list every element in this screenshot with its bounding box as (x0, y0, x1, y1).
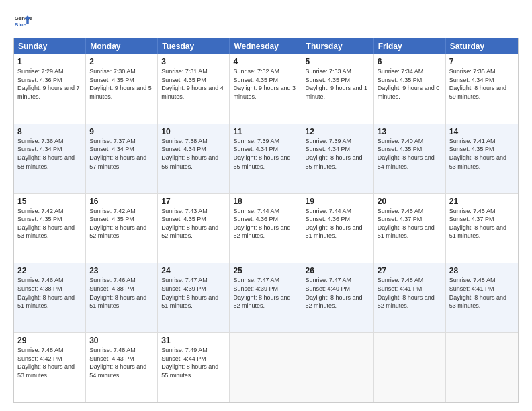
day-number: 16 (89, 197, 154, 206)
day-cell-28: 28Sunrise: 7:48 AM Sunset: 4:41 PM Dayli… (446, 263, 518, 332)
cell-info: Sunrise: 7:35 AM Sunset: 4:34 PM Dayligh… (449, 67, 515, 101)
week-row-2: 8Sunrise: 7:36 AM Sunset: 4:34 PM Daylig… (14, 124, 518, 194)
day-cell-11: 11Sunrise: 7:39 AM Sunset: 4:34 PM Dayli… (230, 124, 302, 193)
cell-info: Sunrise: 7:47 AM Sunset: 4:39 PM Dayligh… (161, 276, 226, 310)
day-number: 1 (17, 57, 82, 66)
cell-info: Sunrise: 7:34 AM Sunset: 4:35 PM Dayligh… (378, 67, 442, 101)
logo-icon: General Blue (13, 12, 32, 31)
day-number: 5 (306, 57, 370, 66)
day-number: 24 (161, 266, 226, 275)
day-number: 31 (161, 336, 226, 345)
cell-info: Sunrise: 7:45 AM Sunset: 4:37 PM Dayligh… (449, 207, 515, 240)
day-cell-31: 31Sunrise: 7:49 AM Sunset: 4:44 PM Dayli… (158, 333, 230, 402)
cell-info: Sunrise: 7:32 AM Sunset: 4:35 PM Dayligh… (233, 67, 298, 101)
day-cell-2: 2Sunrise: 7:30 AM Sunset: 4:35 PM Daylig… (86, 54, 158, 124)
day-cell-3: 3Sunrise: 7:31 AM Sunset: 4:35 PM Daylig… (158, 54, 230, 124)
day-cell-5: 5Sunrise: 7:33 AM Sunset: 4:35 PM Daylig… (302, 54, 374, 124)
day-cell-6: 6Sunrise: 7:34 AM Sunset: 4:35 PM Daylig… (374, 54, 446, 124)
cell-info: Sunrise: 7:45 AM Sunset: 4:37 PM Dayligh… (378, 207, 442, 240)
empty-cell (446, 333, 518, 402)
day-cell-14: 14Sunrise: 7:41 AM Sunset: 4:35 PM Dayli… (446, 124, 518, 193)
cell-info: Sunrise: 7:41 AM Sunset: 4:35 PM Dayligh… (449, 137, 515, 171)
cell-info: Sunrise: 7:29 AM Sunset: 4:36 PM Dayligh… (17, 67, 82, 101)
week-row-3: 15Sunrise: 7:42 AM Sunset: 4:35 PM Dayli… (14, 194, 518, 264)
cell-info: Sunrise: 7:48 AM Sunset: 4:41 PM Dayligh… (378, 276, 442, 310)
day-cell-30: 30Sunrise: 7:48 AM Sunset: 4:43 PM Dayli… (86, 333, 158, 402)
page: General Blue SundayMondayTuesdayWednesda… (0, 0, 532, 411)
day-cell-13: 13Sunrise: 7:40 AM Sunset: 4:35 PM Dayli… (374, 124, 446, 193)
header-day-wednesday: Wednesday (230, 38, 302, 54)
cell-info: Sunrise: 7:33 AM Sunset: 4:35 PM Dayligh… (306, 67, 370, 101)
day-cell-9: 9Sunrise: 7:37 AM Sunset: 4:34 PM Daylig… (86, 124, 158, 193)
day-number: 15 (17, 197, 82, 206)
day-number: 13 (378, 127, 442, 136)
cell-info: Sunrise: 7:42 AM Sunset: 4:35 PM Dayligh… (89, 207, 154, 240)
header-day-friday: Friday (374, 38, 446, 54)
cell-info: Sunrise: 7:48 AM Sunset: 4:43 PM Dayligh… (89, 346, 154, 379)
day-cell-12: 12Sunrise: 7:39 AM Sunset: 4:34 PM Dayli… (302, 124, 374, 193)
calendar-header-row: SundayMondayTuesdayWednesdayThursdayFrid… (14, 38, 518, 54)
day-cell-19: 19Sunrise: 7:44 AM Sunset: 4:36 PM Dayli… (302, 194, 374, 263)
day-cell-15: 15Sunrise: 7:42 AM Sunset: 4:35 PM Dayli… (14, 194, 86, 263)
day-number: 29 (17, 336, 82, 345)
day-number: 12 (306, 127, 370, 136)
day-number: 21 (449, 197, 515, 206)
day-number: 4 (233, 57, 298, 66)
cell-info: Sunrise: 7:39 AM Sunset: 4:34 PM Dayligh… (233, 137, 298, 171)
day-number: 3 (161, 57, 226, 66)
day-number: 18 (233, 197, 298, 206)
week-row-5: 29Sunrise: 7:48 AM Sunset: 4:42 PM Dayli… (14, 333, 518, 402)
day-cell-22: 22Sunrise: 7:46 AM Sunset: 4:38 PM Dayli… (14, 263, 86, 332)
cell-info: Sunrise: 7:40 AM Sunset: 4:35 PM Dayligh… (378, 137, 442, 171)
day-number: 27 (378, 266, 442, 275)
day-cell-29: 29Sunrise: 7:48 AM Sunset: 4:42 PM Dayli… (14, 333, 86, 402)
empty-cell (302, 333, 374, 402)
day-number: 20 (378, 197, 442, 206)
cell-info: Sunrise: 7:49 AM Sunset: 4:44 PM Dayligh… (161, 346, 226, 379)
header-day-saturday: Saturday (446, 38, 518, 54)
header-day-tuesday: Tuesday (158, 38, 230, 54)
day-cell-27: 27Sunrise: 7:48 AM Sunset: 4:41 PM Dayli… (374, 263, 446, 332)
cell-info: Sunrise: 7:43 AM Sunset: 4:35 PM Dayligh… (161, 207, 226, 240)
empty-cell (230, 333, 302, 402)
calendar: SundayMondayTuesdayWednesdayThursdayFrid… (13, 38, 519, 403)
day-cell-18: 18Sunrise: 7:44 AM Sunset: 4:36 PM Dayli… (230, 194, 302, 263)
cell-info: Sunrise: 7:44 AM Sunset: 4:36 PM Dayligh… (306, 207, 370, 240)
day-number: 17 (161, 197, 226, 206)
cell-info: Sunrise: 7:48 AM Sunset: 4:41 PM Dayligh… (449, 276, 515, 310)
day-cell-23: 23Sunrise: 7:46 AM Sunset: 4:38 PM Dayli… (86, 263, 158, 332)
day-number: 28 (449, 266, 515, 275)
day-number: 22 (17, 266, 82, 275)
day-cell-16: 16Sunrise: 7:42 AM Sunset: 4:35 PM Dayli… (86, 194, 158, 263)
day-cell-26: 26Sunrise: 7:47 AM Sunset: 4:40 PM Dayli… (302, 263, 374, 332)
cell-info: Sunrise: 7:38 AM Sunset: 4:34 PM Dayligh… (161, 137, 226, 171)
day-cell-24: 24Sunrise: 7:47 AM Sunset: 4:39 PM Dayli… (158, 263, 230, 332)
logo: General Blue (13, 12, 32, 31)
cell-info: Sunrise: 7:31 AM Sunset: 4:35 PM Dayligh… (161, 67, 226, 101)
cell-info: Sunrise: 7:47 AM Sunset: 4:39 PM Dayligh… (233, 276, 298, 310)
header-day-sunday: Sunday (14, 38, 86, 54)
week-row-4: 22Sunrise: 7:46 AM Sunset: 4:38 PM Dayli… (14, 263, 518, 333)
day-number: 7 (449, 57, 515, 66)
day-number: 10 (161, 127, 226, 136)
cell-info: Sunrise: 7:47 AM Sunset: 4:40 PM Dayligh… (306, 276, 370, 310)
day-number: 25 (233, 266, 298, 275)
cell-info: Sunrise: 7:44 AM Sunset: 4:36 PM Dayligh… (233, 207, 298, 240)
cell-info: Sunrise: 7:42 AM Sunset: 4:35 PM Dayligh… (17, 207, 82, 240)
day-cell-21: 21Sunrise: 7:45 AM Sunset: 4:37 PM Dayli… (446, 194, 518, 263)
day-cell-1: 1Sunrise: 7:29 AM Sunset: 4:36 PM Daylig… (14, 54, 86, 124)
day-number: 6 (378, 57, 442, 66)
calendar-body: 1Sunrise: 7:29 AM Sunset: 4:36 PM Daylig… (14, 54, 518, 402)
day-cell-25: 25Sunrise: 7:47 AM Sunset: 4:39 PM Dayli… (230, 263, 302, 332)
day-cell-17: 17Sunrise: 7:43 AM Sunset: 4:35 PM Dayli… (158, 194, 230, 263)
cell-info: Sunrise: 7:46 AM Sunset: 4:38 PM Dayligh… (89, 276, 154, 310)
day-cell-7: 7Sunrise: 7:35 AM Sunset: 4:34 PM Daylig… (446, 54, 518, 124)
day-number: 14 (449, 127, 515, 136)
day-number: 26 (306, 266, 370, 275)
day-number: 30 (89, 336, 154, 345)
week-row-1: 1Sunrise: 7:29 AM Sunset: 4:36 PM Daylig… (14, 54, 518, 124)
cell-info: Sunrise: 7:30 AM Sunset: 4:35 PM Dayligh… (89, 67, 154, 101)
day-cell-10: 10Sunrise: 7:38 AM Sunset: 4:34 PM Dayli… (158, 124, 230, 193)
day-cell-8: 8Sunrise: 7:36 AM Sunset: 4:34 PM Daylig… (14, 124, 86, 193)
day-number: 11 (233, 127, 298, 136)
